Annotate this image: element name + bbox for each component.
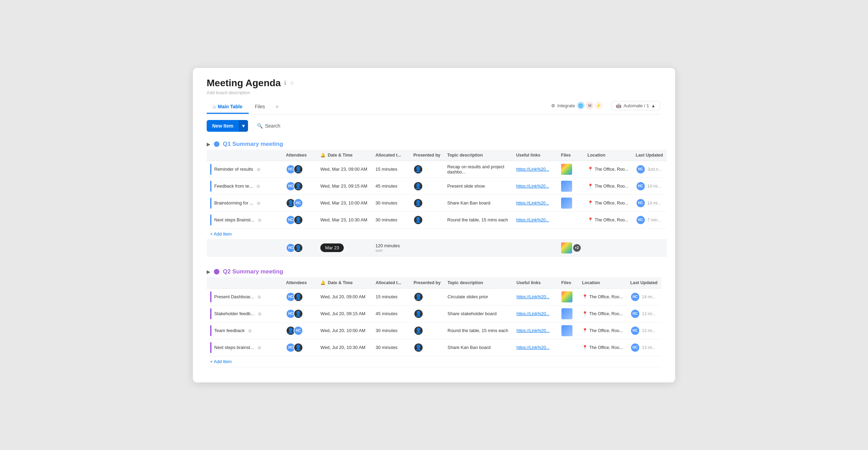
file-thumbnail[interactable] (561, 181, 572, 192)
location-pin-icon: 📍 (582, 328, 588, 333)
total-minutes: 120 minutes (375, 243, 400, 248)
avatar-person: 👤 (414, 343, 423, 352)
group-q1-header: ▶ Q1 Summary meeting (207, 137, 661, 150)
item-name-cell: Stakeholder feedb...⊕ (207, 305, 282, 322)
home-icon: ⌂ (213, 104, 216, 109)
updated-value: 13 mi... (642, 328, 655, 333)
col-header-updated-q2: Last Updated (627, 277, 661, 289)
useful-link[interactable]: https://Link%20... (516, 328, 554, 333)
table-row: Team feedback⊕👤HCWed, Jul 20, 10:00 AM30… (207, 322, 661, 339)
attendees-cell: HC👤 (282, 288, 317, 305)
tab-files[interactable]: Files (249, 100, 271, 114)
add-item-label[interactable]: + Add Item (207, 356, 661, 367)
integrate-icon-2: M (586, 102, 593, 109)
app-container: Meeting Agenda ℹ ☆ Add board description… (193, 68, 675, 382)
col-header-allocated: Allocated t... (372, 150, 410, 161)
item-name-cell: Brainstorming for ...⊕ (207, 194, 282, 211)
tab-main-table[interactable]: ⌂ Main Table (207, 100, 249, 114)
extra-files-badge: +2 (573, 244, 581, 252)
datetime-value: Wed, Jul 20, 10:00 AM (320, 328, 365, 333)
automate-button[interactable]: 🤖 Automate / 1 ▲ (611, 101, 660, 110)
files-cell (558, 322, 579, 339)
datetime-value: Wed, Mar 23, 09:00 AM (320, 167, 367, 172)
allocated-value: 15 minutes (375, 167, 397, 172)
tab-add-button[interactable]: + (271, 100, 283, 114)
file-thumbnail[interactable] (561, 325, 572, 336)
file-thumbnail[interactable] (561, 198, 572, 209)
add-subitem-icon[interactable]: ⊕ (257, 345, 261, 350)
group-q1: ▶ Q1 Summary meeting Attendees 🔔 Date & … (207, 137, 661, 257)
file-thumbnail[interactable] (561, 164, 572, 175)
updated-cell: HC13 mi... (627, 322, 661, 339)
add-subitem-icon[interactable]: ⊕ (256, 183, 260, 189)
group-q1-collapse-icon[interactable]: ▶ (207, 141, 210, 147)
avatar-hc: HC (630, 326, 640, 336)
board-subtitle: Add board description (207, 90, 661, 95)
location-cell: 📍The Office, Roo... (584, 161, 632, 178)
add-item-row[interactable]: + Add Item (207, 228, 667, 239)
useful-link[interactable]: https://Link%20... (516, 294, 554, 299)
new-item-button[interactable]: New Item ▾ (207, 120, 248, 132)
add-subitem-icon[interactable]: ⊕ (258, 217, 262, 223)
avatar-person: 👤 (413, 215, 423, 225)
location-value: The Office, Roo... (595, 218, 629, 222)
add-subitem-icon[interactable]: ⊕ (257, 200, 261, 206)
allocated-value: 30 minutes (375, 200, 397, 206)
integrate-button[interactable]: ⚙ Integrate 🌐 M ⚡ (548, 100, 606, 111)
avatar-person: 👤 (293, 164, 303, 174)
useful-link[interactable]: https://Link%20... (516, 311, 554, 316)
file-thumbnail[interactable] (561, 291, 572, 302)
links-cell: https://Link%20... (513, 211, 558, 228)
col-header-files-q2: Files (558, 277, 579, 289)
useful-link[interactable]: https://Link%20... (516, 218, 554, 222)
useful-link[interactable]: https://Link%20... (516, 184, 554, 189)
updated-value: 13 mi... (642, 345, 655, 350)
col-header-files: Files (558, 150, 584, 161)
col-header-topic: Topic description (444, 150, 513, 161)
allocated-value: 15 minutes (376, 294, 398, 299)
file-thumbnail[interactable] (561, 242, 572, 253)
col-header-topic-q2: Topic description (444, 277, 513, 289)
location-cell: 📍The Office, Roo... (579, 339, 627, 356)
attendees-cell: HC👤 (282, 305, 317, 322)
attendees-cell: HC👤 (282, 339, 317, 356)
files-cell (558, 211, 584, 228)
item-name-cell: Present Dashboar...⊕ (207, 288, 282, 305)
avatar-person: 👤 (413, 164, 423, 174)
add-item-row[interactable]: + Add Item (207, 356, 661, 367)
new-item-label: New Item (207, 120, 239, 132)
add-item-label[interactable]: + Add Item (207, 228, 667, 239)
group-q1-color-dot (214, 141, 219, 147)
date-badge: Mar 23 (320, 243, 344, 252)
col-header-allocated-q2: Allocated t... (372, 277, 410, 289)
location-cell: 📍The Office, Roo... (584, 194, 632, 211)
group-color-bar (210, 198, 211, 209)
tab-files-label: Files (255, 104, 265, 109)
group-color-bar (210, 325, 211, 336)
add-subitem-icon[interactable]: ⊕ (258, 311, 262, 317)
updated-cell: HC13 mi... (627, 305, 661, 322)
group-q2-collapse-icon[interactable]: ▶ (207, 269, 210, 274)
useful-link[interactable]: https://Link%20... (516, 345, 554, 350)
integrate-icon-1: 🌐 (577, 102, 585, 109)
datetime-value: Wed, Jul 20, 10:30 AM (320, 345, 365, 350)
info-icon[interactable]: ℹ (284, 80, 286, 86)
add-subitem-icon[interactable]: ⊕ (257, 167, 261, 172)
add-subitem-icon[interactable]: ⊕ (257, 294, 261, 300)
useful-link[interactable]: https://Link%20... (516, 167, 554, 172)
file-thumbnail[interactable] (561, 308, 572, 319)
location-value: The Office, Roo... (589, 328, 623, 333)
location-cell: 📍The Office, Roo... (579, 322, 627, 339)
presented-by-cell: 👤 (410, 322, 444, 339)
star-icon[interactable]: ☆ (290, 80, 294, 86)
datetime-value: Wed, Mar 23, 10:00 AM (320, 200, 367, 206)
new-item-dropdown-icon[interactable]: ▾ (239, 120, 248, 132)
search-button[interactable]: 🔍 Search (252, 120, 285, 131)
useful-link[interactable]: https://Link%20... (516, 201, 554, 206)
add-subitem-icon[interactable]: ⊕ (248, 328, 252, 333)
topic-cell: Share stakeholder board (444, 305, 513, 322)
attendees-cell: HC👤 (282, 178, 317, 194)
item-label: Team feedback (214, 328, 245, 333)
group-q2-header: ▶ Q2 Summary meeting (207, 265, 661, 277)
updated-cell: HC14 mi... (632, 178, 667, 194)
